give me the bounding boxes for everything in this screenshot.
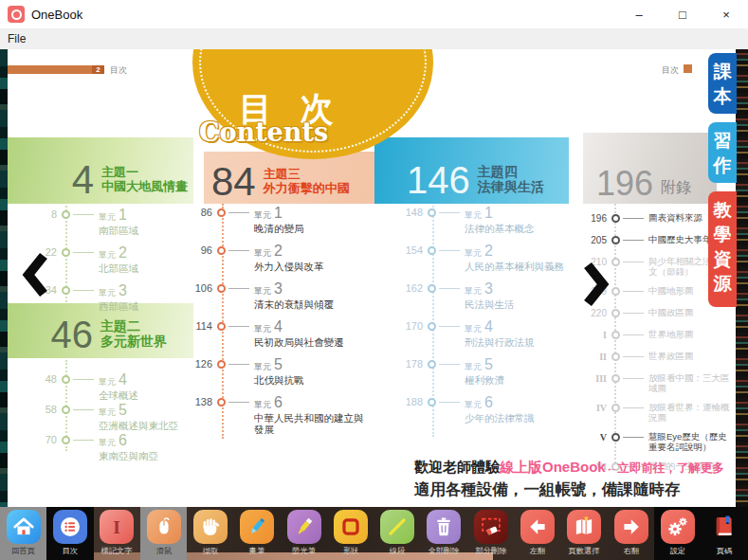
theme3-box[interactable]: 84 主題三 外力衝擊的中國 (204, 152, 374, 204)
promo-prefix: 歡迎老師體驗 (414, 459, 500, 475)
leader-line (439, 288, 460, 289)
leader-line (623, 313, 644, 314)
pen-icon (240, 510, 274, 544)
toc-item[interactable]: 162 單元3民法與生活 (398, 282, 586, 320)
toc-item[interactable]: 205 中國歷史大事年表 (578, 234, 730, 256)
leader-line (623, 334, 644, 335)
theme-label: 主題四 (478, 164, 518, 179)
toc-item[interactable]: 188 單元6少年的法律常識 (398, 396, 586, 434)
close-button[interactable]: × (704, 0, 748, 28)
tool-toc[interactable]: 目次 (46, 507, 93, 560)
page-left-icon (520, 510, 555, 544)
unit-word: 單元 (465, 400, 482, 409)
tool-label: 擷取 (203, 546, 219, 557)
tool-shape[interactable]: 形狀 (327, 507, 374, 560)
unit-word: 單元 (254, 248, 271, 258)
unit-word: 單元 (254, 286, 271, 296)
item-text: 單元1南部區域 (99, 208, 138, 236)
unit-word: 單元 (465, 362, 482, 371)
toc-item[interactable]: 58 單元5亞洲概述與東北亞 (28, 404, 178, 434)
dot-icon (62, 248, 70, 257)
tool-text-mark[interactable]: I 標記文字 (94, 507, 140, 560)
item-page: I (578, 329, 607, 341)
tool-page-number[interactable]: 頁碼 (702, 507, 748, 560)
item-page: 86 (186, 207, 212, 219)
toc-item[interactable]: 154 單元2人民的基本權利與義務 (398, 244, 586, 282)
hand-grab-icon (193, 510, 228, 544)
unit-word: 單元 (99, 212, 116, 222)
item-text: 單元5亞洲概述與東北亞 (99, 404, 178, 431)
appendix-box[interactable]: 196 附錄 (583, 133, 717, 204)
appendix-title: 慧眼Eye歷史（歷史重要名詞說明） (648, 431, 730, 452)
theme4-box[interactable]: 146 主題四 法律與生活 (374, 137, 569, 204)
tool-page-right[interactable]: 右翻 (608, 507, 654, 560)
leader-line (73, 252, 94, 253)
toc-item[interactable]: 8 單元1南部區域 (28, 208, 138, 246)
toc-item[interactable]: 70 單元6東南亞與南亞 (28, 434, 178, 464)
menu-file[interactable]: File (0, 28, 33, 49)
tool-page-select[interactable]: 頁數選擇 (561, 507, 608, 560)
tool-pen[interactable]: 畫筆 (234, 507, 281, 560)
maximize-button[interactable]: □ (661, 0, 704, 28)
unit-title: 法律的基本概念 (465, 223, 586, 234)
text-mark-icon: I (100, 510, 134, 544)
leader-line (228, 402, 249, 403)
unit-title: 全球概述 (99, 389, 138, 401)
toc-item[interactable]: 114 單元4民初政局與社會變遷 (186, 320, 368, 358)
toc-item[interactable]: III 放眼看中國：三大區域圖 (578, 372, 730, 402)
toc-item[interactable]: 86 單元1晚清的變局 (186, 207, 368, 244)
theme-title: 主題三 外力衝擊的中國 (264, 168, 350, 198)
theme1-box[interactable]: 4 主題一 中國大地風情畫 (8, 137, 193, 204)
toc-item[interactable]: 126 單元5北伐與抗戰 (186, 358, 368, 396)
dot-icon (217, 322, 226, 331)
previous-page-arrow[interactable] (19, 250, 51, 303)
tool-mouse[interactable]: 滑鼠 (140, 507, 187, 560)
unit-title: 中華人民共和國的建立與發展 (254, 412, 368, 435)
toc-item[interactable]: 96 單元2外力入侵與改革 (186, 244, 368, 282)
item-text: 單元3民法與生活 (465, 282, 586, 310)
tool-highlighter[interactable]: 螢光筆 (281, 507, 327, 560)
tool-partial-delete[interactable]: 部分刪除 (467, 507, 514, 560)
leader-line (623, 291, 644, 292)
unit-label: 單元1 (254, 207, 368, 222)
theme-label: 主題三 (264, 167, 301, 181)
toc-item[interactable]: 196 圖表資料來源 (578, 212, 730, 234)
toc-item[interactable]: 138 單元6中華人民共和國的建立與發展 (186, 396, 368, 434)
toc-item[interactable]: II 世界政區圖 (578, 351, 730, 372)
toc-item[interactable]: 178 單元5權利救濟 (398, 358, 586, 396)
line-icon (380, 510, 414, 544)
tool-delete-all[interactable]: 全部刪除 (421, 507, 467, 560)
leader-line (623, 437, 644, 438)
item-text: 單元4民初政局與社會變遷 (254, 320, 368, 348)
tool-home[interactable]: 回首頁 (0, 507, 46, 560)
leader-line (73, 214, 94, 215)
unit-number: 1 (274, 205, 283, 221)
promo-link[interactable]: ←立即前往，了解更多 (606, 461, 724, 475)
toc-item[interactable]: 148 單元1法律的基本概念 (398, 207, 586, 244)
toc-item[interactable]: 106 單元3清末的衰頹與傾覆 (186, 282, 368, 320)
unit-label: 單元4 (465, 320, 586, 335)
tab-workbook[interactable]: 習作 (708, 122, 737, 183)
tool-settings[interactable]: 設定 (654, 507, 701, 560)
tool-line[interactable]: 線段 (374, 507, 421, 560)
toc-item[interactable]: I 世界地形圖 (578, 329, 730, 351)
item-page: 148 (398, 207, 423, 219)
toc-item[interactable]: 170 單元4刑法與行政法規 (398, 320, 586, 358)
tab-textbook[interactable]: 課本 (708, 53, 737, 114)
promo-line1[interactable]: 歡迎老師體驗線上版OneBook←立即前往，了解更多 (414, 457, 724, 479)
next-page-arrow[interactable] (580, 260, 612, 313)
unit-label: 單元6 (465, 396, 586, 411)
tool-page-left[interactable]: 左翻 (514, 507, 560, 560)
dot-icon (428, 208, 436, 217)
toc-item[interactable]: 48 單元4全球概述 (28, 373, 178, 404)
tool-grab[interactable]: 擷取 (187, 507, 233, 560)
tab-teaching-resources[interactable]: 教學資源 (708, 191, 737, 307)
item-page: V (578, 431, 607, 443)
item-text: 單元1晚清的變局 (254, 207, 368, 234)
item-page: 170 (398, 320, 423, 333)
unit-number: 3 (484, 280, 493, 297)
minimize-button[interactable]: – (617, 0, 661, 28)
item-page: 106 (186, 282, 212, 295)
dot-icon (62, 210, 70, 219)
toc-item[interactable]: IV 放眼看世界：運輸概況圖 (578, 402, 730, 431)
